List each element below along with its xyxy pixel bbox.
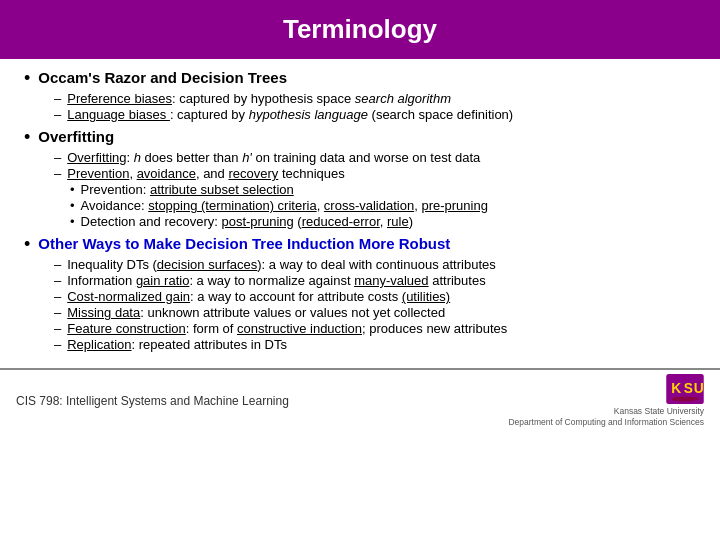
svg-text:S: S — [684, 381, 693, 396]
sub-sub-item: •Avoidance: stopping (termination) crite… — [70, 198, 696, 213]
sub-item: –Inequality DTs (decision surfaces): a w… — [54, 257, 696, 272]
sub-sub-item-text: Detection and recovery: post-pruning (re… — [81, 214, 413, 229]
sub-item-text: Missing data: unknown attribute values o… — [67, 305, 445, 320]
sub-item-text: Prevention, avoidance, and recovery tech… — [67, 166, 345, 181]
dash-icon: – — [54, 337, 61, 352]
sub-list-occam: –Preference biases: captured by hypothes… — [54, 91, 696, 122]
slide-footer: CIS 798: Intelligent Systems and Machine… — [0, 368, 720, 432]
main-bullet-other: •Other Ways to Make Decision Tree Induct… — [24, 235, 696, 255]
dash-icon: – — [54, 273, 61, 288]
section-label: Overfitting — [38, 128, 114, 145]
main-bullet-overfitting: •Overfitting — [24, 128, 696, 148]
sub-item-text: Overfitting: h does better than h' on tr… — [67, 150, 480, 165]
main-bullet-occam: •Occam's Razor and Decision Trees — [24, 69, 696, 89]
ksu-logo-icon: K S U — [666, 374, 704, 404]
sub-item-text: Replication: repeated attributes in DTs — [67, 337, 287, 352]
sub-item: –Preference biases: captured by hypothes… — [54, 91, 696, 106]
section-occam: •Occam's Razor and Decision Trees–Prefer… — [24, 69, 696, 122]
header-title: Terminology — [283, 14, 437, 44]
sub-item: –Feature construction: form of construct… — [54, 321, 696, 336]
bullet-dot: • — [24, 234, 30, 255]
sub-list-overfitting: –Overfitting: h does better than h' on t… — [54, 150, 696, 229]
dash-icon: – — [54, 150, 61, 165]
sub-item: –Language biases : captured by hypothesi… — [54, 107, 696, 122]
svg-point-4 — [671, 397, 699, 402]
dash-icon: – — [54, 321, 61, 336]
small-bullet-icon: • — [70, 182, 75, 197]
sub-item-text: Language biases : captured by hypothesis… — [67, 107, 513, 122]
sub-item: –Replication: repeated attributes in DTs — [54, 337, 696, 352]
section-label: Occam's Razor and Decision Trees — [38, 69, 287, 86]
dash-icon: – — [54, 305, 61, 320]
sub-item: –Overfitting: h does better than h' on t… — [54, 150, 696, 165]
sub-item: –Missing data: unknown attribute values … — [54, 305, 696, 320]
small-bullet-icon: • — [70, 214, 75, 229]
sub-sub-item: •Prevention: attribute subset selection — [70, 182, 696, 197]
section-overfitting: •Overfitting–Overfitting: h does better … — [24, 128, 696, 229]
svg-text:U: U — [694, 381, 704, 396]
sub-item-text: Inequality DTs (decision surfaces): a wa… — [67, 257, 496, 272]
sub-item: –Information gain ratio: a way to normal… — [54, 273, 696, 288]
footer-institution-text: Kansas State University Department of Co… — [508, 406, 704, 428]
bullet-dot: • — [24, 127, 30, 148]
svg-text:K: K — [671, 381, 681, 396]
sub-item-text: Preference biases: captured by hypothesi… — [67, 91, 451, 106]
section-label: Other Ways to Make Decision Tree Inducti… — [38, 235, 450, 252]
slide-content: •Occam's Razor and Decision Trees–Prefer… — [0, 59, 720, 364]
dash-icon: – — [54, 166, 61, 181]
sub-sub-item-text: Prevention: attribute subset selection — [81, 182, 294, 197]
section-other: •Other Ways to Make Decision Tree Induct… — [24, 235, 696, 352]
footer-institution: K S U Kansas State University Department… — [508, 374, 704, 428]
sub-sub-list: •Prevention: attribute subset selection•… — [70, 182, 696, 229]
small-bullet-icon: • — [70, 198, 75, 213]
page-container: Terminology •Occam's Razor and Decision … — [0, 0, 720, 432]
sub-item: –Cost-normalized gain: a way to account … — [54, 289, 696, 304]
sub-item-text: Information gain ratio: a way to normali… — [67, 273, 485, 288]
sub-item: –Prevention, avoidance, and recovery tec… — [54, 166, 696, 181]
dash-icon: – — [54, 257, 61, 272]
sub-list-other: –Inequality DTs (decision surfaces): a w… — [54, 257, 696, 352]
sub-sub-item: •Detection and recovery: post-pruning (r… — [70, 214, 696, 229]
sub-sub-item-text: Avoidance: stopping (termination) criter… — [81, 198, 488, 213]
slide-header: Terminology — [0, 0, 720, 59]
sub-item-text: Feature construction: form of constructi… — [67, 321, 507, 336]
dash-icon: – — [54, 107, 61, 122]
dash-icon: – — [54, 91, 61, 106]
footer-course: CIS 798: Intelligent Systems and Machine… — [16, 394, 289, 408]
sub-item-text: Cost-normalized gain: a way to account f… — [67, 289, 450, 304]
bullet-dot: • — [24, 68, 30, 89]
dash-icon: – — [54, 289, 61, 304]
